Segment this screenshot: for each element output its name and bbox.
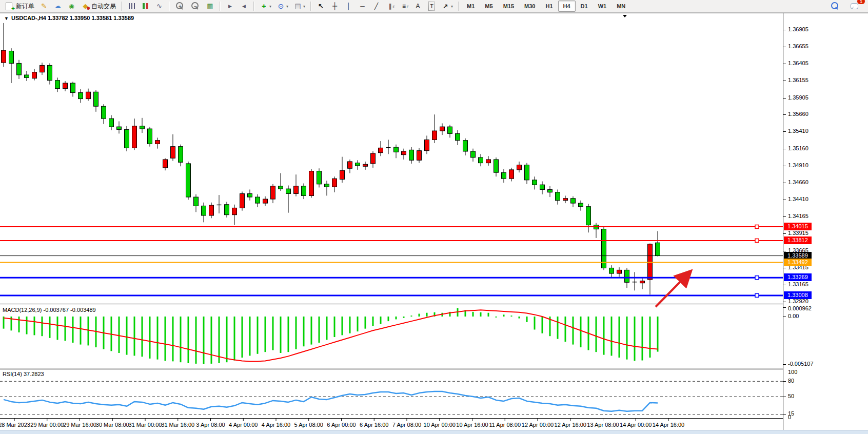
candle-bearish bbox=[202, 206, 206, 215]
candle-bearish bbox=[356, 163, 360, 166]
price-tick-label: 1.36905 bbox=[788, 26, 808, 32]
price-axis[interactable]: 1.369051.366551.364051.361551.359051.356… bbox=[783, 13, 868, 430]
price-tick-label: 1.33165 bbox=[788, 281, 808, 287]
timeframe-group: M1M5M15M30H1H4D1W1MN bbox=[462, 1, 630, 12]
chart-shift-button[interactable] bbox=[237, 1, 251, 12]
zoom-in-button[interactable] bbox=[172, 1, 188, 12]
add-indicator-button[interactable]: ▾ bbox=[257, 1, 274, 12]
tf-d1-button[interactable]: D1 bbox=[576, 1, 593, 12]
rsi-pane[interactable] bbox=[0, 381, 783, 414]
auto-scroll-button[interactable] bbox=[223, 1, 237, 12]
candle-doji bbox=[386, 147, 391, 148]
hline-handle[interactable] bbox=[755, 293, 759, 297]
axis-tick bbox=[783, 98, 786, 98]
chevron-down-icon[interactable]: ▾ bbox=[303, 4, 305, 9]
hline-handle[interactable] bbox=[755, 276, 759, 280]
trendline-button[interactable] bbox=[369, 1, 383, 12]
price-tick-label: 1.35660 bbox=[788, 111, 808, 117]
candle-bearish bbox=[609, 268, 614, 273]
horizontal-lines[interactable] bbox=[0, 225, 783, 418]
axis-tick bbox=[783, 30, 786, 30]
templates-button[interactable]: ▾ bbox=[291, 1, 308, 12]
crayon-button[interactable] bbox=[37, 1, 51, 12]
candle-bearish bbox=[456, 133, 460, 140]
candle-bearish bbox=[448, 127, 452, 133]
candle-bearish bbox=[548, 189, 553, 192]
bar-chart-button[interactable] bbox=[125, 1, 139, 12]
chevron-down-icon[interactable]: ▾ bbox=[269, 4, 271, 9]
chart-shift-marker-icon[interactable] bbox=[623, 15, 627, 17]
cursor-button[interactable] bbox=[314, 1, 328, 12]
new-order-button[interactable]: 新订单 bbox=[2, 1, 37, 12]
time-axis[interactable]: 28 Mar 202329 Mar 00:0029 Mar 16:0030 Ma… bbox=[0, 419, 684, 428]
tf-w1-button[interactable]: W1 bbox=[593, 1, 612, 12]
time-label: 14 Apr 00:00 bbox=[620, 422, 652, 428]
auto-trading-button[interactable]: 自动交易 bbox=[78, 1, 119, 12]
candlestick-chart-button[interactable] bbox=[139, 1, 152, 12]
crosshair-button[interactable] bbox=[328, 1, 342, 12]
price-tick-label: 1.34165 bbox=[788, 213, 808, 219]
candle-bearish bbox=[279, 186, 283, 189]
main-price-pane[interactable] bbox=[2, 23, 660, 294]
search-button[interactable] bbox=[827, 1, 843, 12]
tf-m1-button[interactable]: M1 bbox=[462, 1, 480, 12]
tf-mn-button[interactable]: MN bbox=[611, 1, 630, 12]
candle-bullish bbox=[402, 151, 406, 155]
publish-button[interactable] bbox=[51, 1, 65, 12]
candle-bearish bbox=[494, 160, 499, 172]
chat-button[interactable]: 1 bbox=[848, 1, 862, 12]
rsi-line bbox=[4, 391, 658, 411]
text-label-button[interactable] bbox=[425, 1, 439, 12]
tf-h4-button[interactable]: H4 bbox=[558, 1, 576, 12]
price-tick-label: 1.33915 bbox=[788, 230, 808, 236]
equidistant-channel-button[interactable] bbox=[383, 1, 397, 12]
tf-m30-button[interactable]: M30 bbox=[519, 1, 540, 12]
timeframe-label: M5 bbox=[482, 3, 495, 9]
arrows-button[interactable]: ▾ bbox=[439, 1, 456, 12]
candle-bullish bbox=[209, 205, 214, 215]
text-icon bbox=[413, 2, 422, 10]
chart-canvas[interactable]: 28 Mar 202329 Mar 00:0029 Mar 16:0030 Ma… bbox=[0, 13, 783, 430]
rsi-axis-label: 50 bbox=[788, 393, 794, 399]
crosshair-icon bbox=[330, 2, 339, 10]
price-tick-label: 1.34660 bbox=[788, 179, 808, 185]
candle-bullish bbox=[155, 141, 160, 144]
candle-bearish bbox=[409, 150, 414, 160]
macd-axis-label: 0.000962 bbox=[788, 305, 812, 311]
tile-windows-button[interactable] bbox=[203, 1, 217, 12]
time-label: 6 Apr 16:00 bbox=[360, 422, 388, 428]
arrow-annotation[interactable] bbox=[656, 273, 688, 307]
tf-m5-button[interactable]: M5 bbox=[480, 1, 498, 12]
text-button[interactable] bbox=[411, 1, 425, 12]
signals-button[interactable] bbox=[65, 1, 78, 12]
chart-title: USDCAD-,H4 1.33782 1.33950 1.33581 1.335… bbox=[11, 15, 134, 21]
line-chart-button[interactable] bbox=[152, 1, 166, 12]
price-badge-1.34015: 1.34015 bbox=[784, 223, 812, 230]
tf-m15-button[interactable]: M15 bbox=[498, 1, 519, 12]
candle-bearish bbox=[48, 65, 52, 80]
chart-menu-arrow-icon[interactable]: ▼ bbox=[4, 16, 9, 21]
periods-button[interactable]: ▾ bbox=[274, 1, 291, 12]
chevron-down-icon[interactable]: ▾ bbox=[286, 4, 288, 9]
mt4-terminal: { "colors": { "candle_up": "#f20000", "c… bbox=[0, 0, 868, 434]
candle-bullish bbox=[486, 160, 491, 163]
axis-tick bbox=[783, 47, 786, 47]
tf-h1-button[interactable]: H1 bbox=[540, 1, 558, 12]
trend-arrow[interactable] bbox=[656, 273, 688, 307]
chevron-down-icon[interactable]: ▾ bbox=[451, 4, 453, 9]
macd-axis-label: -0.005107 bbox=[788, 361, 814, 367]
zoom-out-button[interactable] bbox=[188, 1, 203, 12]
hline-handle[interactable] bbox=[755, 225, 759, 228]
hline-handle[interactable] bbox=[755, 239, 759, 242]
macd-pane[interactable] bbox=[4, 308, 658, 364]
horizontal-line-button[interactable] bbox=[356, 1, 369, 12]
time-label: 12 Apr 00:00 bbox=[522, 422, 554, 428]
axis-tick bbox=[783, 81, 786, 81]
time-label: 14 Apr 16:00 bbox=[653, 422, 684, 428]
price-badge-1.33269: 1.33269 bbox=[784, 273, 812, 281]
fibonacci-button[interactable] bbox=[397, 1, 411, 12]
candle-bullish bbox=[86, 92, 91, 98]
vertical-line-button[interactable] bbox=[342, 1, 356, 12]
axis-tick bbox=[783, 114, 786, 115]
zoom-group bbox=[172, 1, 217, 12]
